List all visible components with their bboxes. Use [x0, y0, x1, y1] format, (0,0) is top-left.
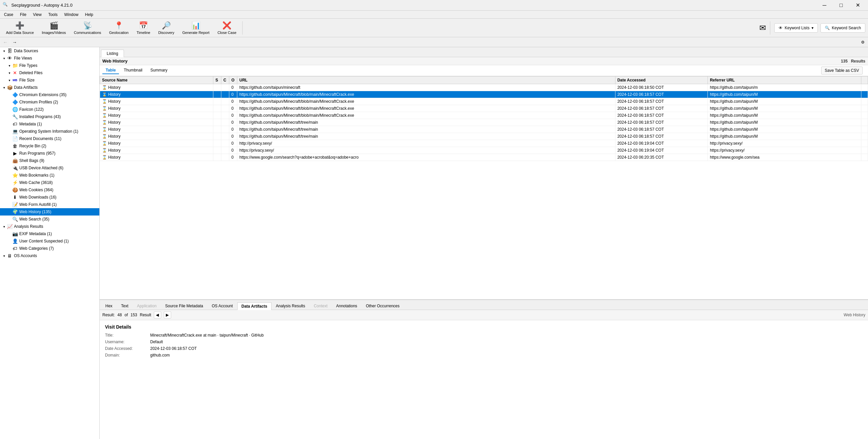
bottom-tab-other-occurrences[interactable]: Other Occurrences — [362, 302, 404, 310]
tree-item-analysis-results[interactable]: ▾📈Analysis Results — [0, 223, 99, 230]
tree-expand-deleted-files[interactable]: ▾ — [7, 71, 12, 75]
communications-button[interactable]: 📡 Communications — [70, 19, 104, 36]
menu-item-help[interactable]: Help — [83, 12, 96, 18]
tree-item-data-sources[interactable]: ▾🗄Data Sources — [0, 47, 99, 55]
table-row[interactable]: ⌛History0https://github.com/taipun/minec… — [100, 84, 868, 91]
add-data-source-button[interactable]: ➕ Add Data Source — [3, 19, 37, 36]
tree-item-web-history[interactable]: 🌍Web History (135) — [0, 208, 99, 215]
tree-item-favicon[interactable]: 🌐Favicon (122) — [0, 106, 99, 113]
tree-item-web-cache[interactable]: ⚡Web Cache (3618) — [0, 179, 99, 186]
bottom-tab-hex[interactable]: Hex — [101, 302, 117, 310]
col-header-s[interactable]: S — [213, 77, 221, 84]
cell-extra-10 — [861, 154, 868, 161]
tree-label-chromium-profiles: Chromium Profiles (2) — [19, 100, 98, 105]
table-row[interactable]: ⌛History0https://www.google.com/search?q… — [100, 154, 868, 161]
tree-item-web-form[interactable]: 📝Web Form Autofill (1) — [0, 201, 99, 208]
discovery-button[interactable]: 🔎 Discovery — [155, 19, 178, 36]
cell-date-6: 2024-12-03 06:18:57 COT — [615, 126, 708, 133]
tree-expand-data-sources[interactable]: ▾ — [1, 49, 7, 53]
col-header-referrer-url[interactable]: Referrer URL — [708, 77, 861, 84]
settings-button[interactable]: ⚙ — [859, 38, 867, 46]
menu-item-tools[interactable]: Tools — [45, 12, 60, 18]
table-row[interactable]: ⌛History0http://privacy.sexy/2024-12-03 … — [100, 140, 868, 147]
tree-item-web-search[interactable]: 🔍Web Search (35) — [0, 215, 99, 223]
tree-item-installed-programs[interactable]: 🔧Installed Programs (43) — [0, 113, 99, 120]
tree-item-web-bookmarks[interactable]: ⭐Web Bookmarks (1) — [0, 172, 99, 179]
tree-item-file-types[interactable]: ▾📁File Types — [0, 62, 99, 69]
close-button[interactable]: ✕ — [850, 0, 865, 11]
tree-item-chromium-profiles[interactable]: 🔷Chromium Profiles (2) — [0, 98, 99, 106]
tree-item-os-accounts[interactable]: ▾🖥OS Accounts — [0, 252, 99, 259]
keyword-lists-button[interactable]: 👁 Keyword Lists ▾ — [774, 23, 818, 33]
col-header-source-name[interactable]: Source Name — [100, 77, 213, 84]
tree-label-file-views: File Views — [14, 56, 98, 61]
tree-expand-os-accounts[interactable]: ▾ — [1, 254, 7, 258]
result-next-button[interactable]: ▶ — [164, 311, 171, 319]
tree-item-run-programs[interactable]: ▶Run Programs (957) — [0, 150, 99, 157]
tree-item-web-cookies[interactable]: 🍪Web Cookies (364) — [0, 186, 99, 194]
row-icon-1: ⌛ — [102, 92, 107, 97]
tree-expand-file-size[interactable]: ▾ — [7, 79, 12, 82]
table-row[interactable]: ⌛History0https://github.com/taipun/Minec… — [100, 112, 868, 119]
timeline-icon: 📅 — [139, 21, 148, 30]
forward-button[interactable]: → — [11, 38, 19, 46]
menu-item-view[interactable]: View — [30, 12, 44, 18]
table-row[interactable]: ⌛History0https://github.com/taipun/Minec… — [100, 133, 868, 140]
tree-item-chromium-extensions[interactable]: 🔷Chromium Extensions (35) — [0, 91, 99, 98]
col-header-url[interactable]: URL — [237, 77, 615, 84]
tree-item-os-info[interactable]: 💻Operating System Information (1) — [0, 128, 99, 135]
images-videos-button[interactable]: 🎬 Images/Videos — [38, 19, 69, 36]
tree-item-web-downloads[interactable]: ⬇Web Downloads (16) — [0, 194, 99, 201]
bottom-tab-os-account[interactable]: OS Account — [207, 302, 237, 310]
bottom-tab-text[interactable]: Text — [117, 302, 133, 310]
tree-item-shell-bags[interactable]: 👜Shell Bags (9) — [0, 157, 99, 164]
geolocation-icon: 📍 — [114, 21, 123, 30]
bottom-tab-annotations[interactable]: Annotations — [332, 302, 361, 310]
table-row[interactable]: ⌛History0https://github.com/taipun/Minec… — [100, 119, 868, 126]
generate-report-button[interactable]: 📊 Generate Report — [179, 19, 213, 36]
bottom-tab-analysis-results[interactable]: Analysis Results — [272, 302, 309, 310]
menu-item-case[interactable]: Case — [1, 12, 16, 18]
col-header-c[interactable]: C — [221, 77, 229, 84]
close-case-button[interactable]: ❌ Close Case — [214, 19, 240, 36]
tree-expand-data-artifacts[interactable]: ▾ — [1, 86, 7, 89]
result-web-history-label: Web History — [844, 313, 865, 317]
geolocation-button[interactable]: 📍 Geolocation — [106, 19, 132, 36]
bottom-tab-data-artifacts[interactable]: Data Artifacts — [237, 302, 272, 310]
save-csv-button[interactable]: Save Table as CSV — [821, 66, 863, 75]
table-row[interactable]: ⌛History0https://github.com/taipun/Minec… — [100, 91, 868, 98]
maximize-button[interactable]: □ — [833, 0, 849, 11]
menu-item-window[interactable]: Window — [61, 12, 81, 18]
result-prev-button[interactable]: ◀ — [154, 311, 161, 319]
tree-expand-analysis-results[interactable]: ▾ — [1, 225, 7, 229]
menu-item-file[interactable]: File — [17, 12, 29, 18]
bottom-tab-source-file-metadata[interactable]: Source File Metadata — [161, 302, 207, 310]
tree-item-metadata[interactable]: 🏷Metadata (1) — [0, 120, 99, 128]
tree-item-file-size[interactable]: ▾MBFile Size — [0, 77, 99, 84]
tab-listing[interactable]: Listing — [101, 50, 124, 57]
col-header-date-accessed[interactable]: Date Accessed — [615, 77, 708, 84]
sub-tab-thumbnail[interactable]: Thumbnail — [120, 67, 146, 74]
table-row[interactable]: ⌛History0https://github.com/taipun/Minec… — [100, 126, 868, 133]
tree-item-deleted-files[interactable]: ▾✕Deleted Files — [0, 69, 99, 77]
keyword-search-button[interactable]: 🔍 Keyword Search — [820, 23, 865, 33]
tree-item-recycle-bin[interactable]: 🗑Recycle Bin (2) — [0, 142, 99, 150]
tree-item-exif-metadata[interactable]: 📷EXIF Metadata (1) — [0, 230, 99, 237]
tree-expand-file-views[interactable]: ▾ — [1, 57, 7, 60]
tree-item-web-categories[interactable]: 🏷Web Categories (7) — [0, 245, 99, 252]
timeline-button[interactable]: 📅 Timeline — [133, 19, 154, 36]
back-button[interactable]: ← — [1, 38, 9, 46]
table-row[interactable]: ⌛History0https://privacy.sexy/2024-12-03… — [100, 147, 868, 154]
tree-item-user-content-suspected[interactable]: 👤User Content Suspected (1) — [0, 237, 99, 245]
sub-tab-summary[interactable]: Summary — [147, 67, 170, 74]
tree-item-file-views[interactable]: ▾👁File Views — [0, 55, 99, 62]
col-header-o[interactable]: O — [229, 77, 237, 84]
sub-tab-table[interactable]: Table — [102, 67, 119, 74]
minimize-button[interactable]: ─ — [817, 0, 832, 11]
tree-item-recent-docs[interactable]: 📄Recent Documents (11) — [0, 135, 99, 142]
tree-expand-file-types[interactable]: ▾ — [7, 64, 12, 67]
tree-item-data-artifacts[interactable]: ▾📦Data Artifacts — [0, 84, 99, 91]
tree-item-usb-device[interactable]: 🔌USB Device Attached (6) — [0, 164, 99, 172]
table-row[interactable]: ⌛History0https://github.com/taipun/Minec… — [100, 98, 868, 105]
table-row[interactable]: ⌛History0https://github.com/taipun/Minec… — [100, 105, 868, 112]
